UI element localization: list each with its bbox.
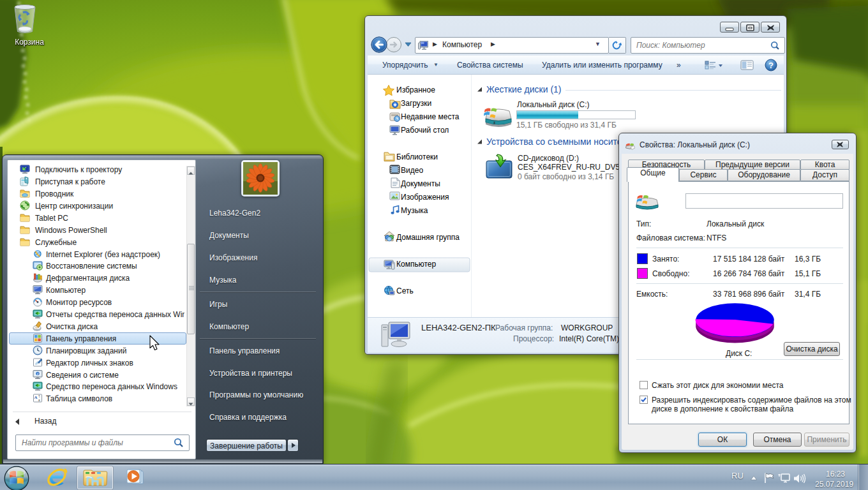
svg-text:?: ?: [768, 61, 774, 70]
svg-text:¶: ¶: [38, 394, 40, 398]
svg-text:A: A: [34, 395, 37, 400]
svg-text:я: я: [38, 398, 40, 402]
